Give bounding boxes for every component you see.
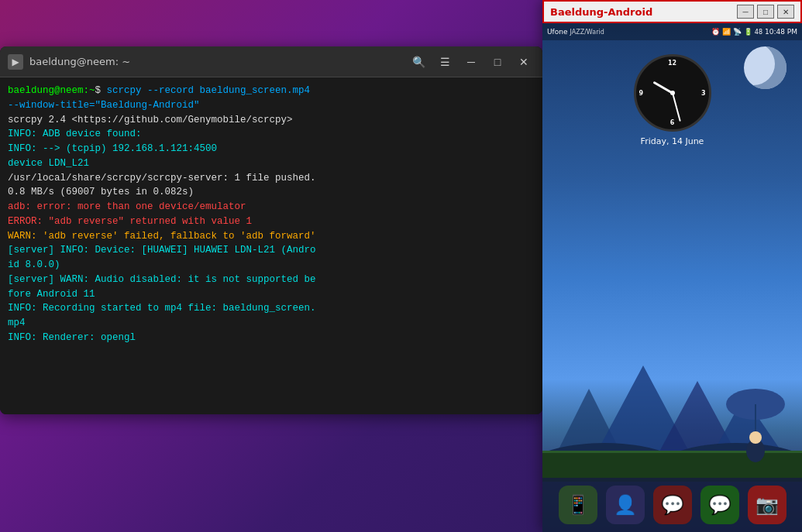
contacts-icon: 👤 bbox=[614, 494, 637, 516]
android-window-title: Baeldung-Android bbox=[550, 6, 652, 18]
terminal-line-1: baeldung@neem:~$ scrcpy --record baeldun… bbox=[8, 84, 535, 98]
clock-num-3: 3 bbox=[701, 90, 706, 97]
terminal-titlebar: ▶ baeldung@neem: ~ 🔍 ☰ ─ □ ✕ bbox=[0, 46, 542, 77]
terminal-line-4: INFO: --> (tcpip) 192.168.1.121:4500 bbox=[8, 142, 535, 156]
terminal-minimize-button[interactable]: ─ bbox=[460, 51, 482, 73]
svg-point-9 bbox=[749, 431, 762, 444]
chat-icon: 💬 bbox=[708, 494, 731, 516]
carrier-name: Ufone bbox=[547, 28, 568, 36]
terminal-line-6: /usr/local/share/scrcpy/scrcpy-server: 1… bbox=[8, 171, 535, 186]
terminal-line-12: [server] WARN: Audio disabled: it is not… bbox=[8, 273, 535, 287]
wifi-icon: 📶 bbox=[722, 28, 731, 36]
android-close-button[interactable]: ✕ bbox=[777, 5, 794, 19]
terminal-line-11b: id 8.0.0) bbox=[8, 258, 535, 273]
terminal-line-13: INFO: Recording started to mp4 file: bae… bbox=[8, 301, 535, 316]
moon-decoration bbox=[744, 46, 787, 89]
dock-icon-camera[interactable]: 📷 bbox=[748, 486, 787, 524]
terminal-line-13b: mp4 bbox=[8, 316, 535, 331]
android-dock: 📱 👤 💬 💬 📷 bbox=[542, 478, 802, 532]
clock-face: 12 3 6 9 bbox=[634, 54, 711, 132]
android-titlebar: Baeldung-Android ─ □ ✕ bbox=[542, 0, 802, 23]
signal-icon: 📡 bbox=[733, 28, 742, 36]
statusbar-left: Ufone JAZZ/Warid bbox=[547, 28, 604, 36]
dock-icon-messages[interactable]: 💬 bbox=[653, 486, 692, 524]
terminal-icon: ▶ bbox=[8, 54, 23, 70]
android-window-controls: ─ □ ✕ bbox=[737, 5, 794, 19]
android-statusbar: Ufone JAZZ/Warid ⏰ 📶 📡 🔋 48 10:48 PM bbox=[542, 23, 802, 40]
clock-num-12: 12 bbox=[668, 60, 676, 67]
terminal-line-3: INFO: ADB device found: bbox=[8, 127, 535, 142]
camera-icon: 📷 bbox=[756, 494, 779, 516]
figure-decoration bbox=[721, 377, 790, 478]
clock-minute-hand bbox=[672, 93, 681, 122]
clock-time: 10:48 PM bbox=[765, 28, 797, 36]
phone-icon: 📱 bbox=[566, 494, 590, 516]
terminal-line-5: device LDN_L21 bbox=[8, 156, 535, 171]
battery-icon: 🔋 bbox=[744, 28, 752, 36]
terminal-line-11: [server] INFO: Device: [HUAWEI] HUAWEI L… bbox=[8, 243, 535, 258]
terminal-close-button[interactable]: ✕ bbox=[513, 51, 535, 73]
android-maximize-button[interactable]: □ bbox=[757, 5, 774, 19]
terminal-line-1b: --window-title="Baeldung-Android" bbox=[8, 98, 535, 113]
terminal-maximize-button[interactable]: □ bbox=[487, 51, 508, 73]
terminal-title: baeldung@neem: ~ bbox=[29, 56, 130, 67]
terminal-titlebar-left: ▶ baeldung@neem: ~ bbox=[8, 54, 130, 70]
terminal-window: ▶ baeldung@neem: ~ 🔍 ☰ ─ □ ✕ baeldung@ne… bbox=[0, 46, 542, 414]
terminal-prompt: baeldung@neem: bbox=[8, 85, 89, 96]
clock-date: Friday, 14 June bbox=[634, 136, 711, 146]
battery-level: 48 bbox=[755, 29, 762, 36]
clock-center-dot bbox=[670, 91, 675, 95]
terminal-search-button[interactable]: 🔍 bbox=[408, 51, 429, 73]
terminal-line-7: 0.8 MB/s (69007 bytes in 0.082s) bbox=[8, 185, 535, 200]
android-minimize-button[interactable]: ─ bbox=[737, 5, 754, 19]
messages-icon: 💬 bbox=[661, 494, 684, 516]
terminal-line-9: ERROR: "adb reverse" returned with value… bbox=[8, 215, 535, 229]
android-window: Baeldung-Android ─ □ ✕ Ufone JAZZ/Warid … bbox=[542, 0, 802, 532]
terminal-window-controls: 🔍 ☰ ─ □ ✕ bbox=[408, 51, 535, 73]
terminal-line-12b: fore Android 11 bbox=[8, 287, 535, 302]
android-clock: 12 3 6 9 Friday, 14 June bbox=[634, 54, 711, 146]
dock-icon-chat[interactable]: 💬 bbox=[700, 486, 739, 524]
clock-num-9: 9 bbox=[639, 90, 644, 97]
clock-num-6: 6 bbox=[670, 119, 675, 126]
terminal-line-10: WARN: 'adb reverse' failed, fallback to … bbox=[8, 229, 535, 244]
dock-icon-contacts[interactable]: 👤 bbox=[606, 486, 645, 524]
statusbar-right: ⏰ 📶 📡 🔋 48 10:48 PM bbox=[711, 28, 797, 36]
terminal-line-14: INFO: Renderer: opengl bbox=[8, 331, 535, 345]
alarm-icon: ⏰ bbox=[711, 28, 720, 36]
terminal-line-2: scrcpy 2.4 <https://github.com/Genymobil… bbox=[8, 113, 535, 128]
android-screen: Ufone JAZZ/Warid ⏰ 📶 📡 🔋 48 10:48 PM 12 … bbox=[542, 23, 802, 532]
dock-icon-phone[interactable]: 📱 bbox=[559, 486, 597, 524]
terminal-content: baeldung@neem:~$ scrcpy --record baeldun… bbox=[0, 77, 542, 414]
secondary-carrier: JAZZ/Warid bbox=[570, 29, 604, 36]
terminal-menu-button[interactable]: ☰ bbox=[434, 51, 456, 73]
terminal-line-8: adb: error: more than one device/emulato… bbox=[8, 200, 535, 215]
